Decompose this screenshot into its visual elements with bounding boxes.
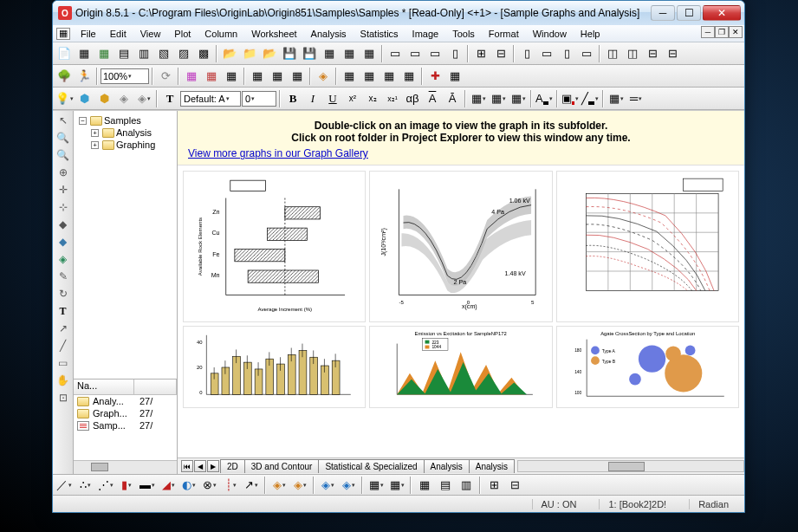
- profile-plot-button[interactable]: ▦: [387, 476, 406, 495]
- new-workbook-button[interactable]: ▦: [75, 44, 94, 63]
- align-right-button[interactable]: ◫: [623, 44, 642, 63]
- tree-item-analysis[interactable]: + Analysis: [75, 127, 175, 139]
- tab-nav-next[interactable]: ▶: [207, 460, 219, 472]
- sheet-tab-2d[interactable]: 2D: [220, 459, 245, 473]
- image-plot-button[interactable]: ▦: [367, 476, 386, 495]
- extract-button[interactable]: ▦: [222, 67, 241, 86]
- pie-plot-button[interactable]: ◐: [179, 476, 198, 495]
- greek-button[interactable]: αβ: [403, 89, 422, 108]
- save-template-button[interactable]: 💾: [300, 44, 319, 63]
- align-bottom-button[interactable]: ⊟: [663, 44, 682, 63]
- sheet-hscroll[interactable]: [517, 460, 744, 472]
- layout-col-button[interactable]: ▯: [445, 44, 464, 63]
- new-function-button[interactable]: ▩: [194, 44, 213, 63]
- layer-button[interactable]: ▦: [380, 67, 399, 86]
- add-col-button[interactable]: ▦: [248, 67, 267, 86]
- open-button[interactable]: 📂: [220, 44, 239, 63]
- results-log-button[interactable]: 🏃: [75, 67, 94, 86]
- rotate-tool[interactable]: ↻: [55, 286, 72, 302]
- tab-nav-first[interactable]: ⏮: [181, 460, 193, 472]
- font-decr-button[interactable]: Ā: [443, 89, 462, 108]
- menu-column[interactable]: Column: [198, 27, 244, 41]
- new-layout-button[interactable]: ▧: [154, 44, 173, 63]
- align-top-button[interactable]: ⊟: [643, 44, 662, 63]
- arrow-tool[interactable]: ↗: [55, 321, 72, 336]
- font-incr-button[interactable]: A: [423, 89, 442, 108]
- light-bulb-button[interactable]: 💡: [55, 89, 74, 108]
- data-reader-tool[interactable]: ✛: [55, 182, 72, 198]
- line-style-button[interactable]: ═: [626, 89, 646, 108]
- col-name[interactable]: Na...: [74, 380, 134, 394]
- add-row-button[interactable]: ▦: [268, 67, 287, 86]
- line-color-button[interactable]: ╱: [581, 89, 600, 108]
- col-value[interactable]: [134, 380, 177, 394]
- bar-plot-button[interactable]: ▬: [138, 476, 157, 495]
- duplicate-button[interactable]: ⊟: [491, 44, 510, 63]
- arrange-cascade-button[interactable]: ▭: [577, 44, 596, 63]
- thumb-bar-horizontal[interactable]: Zn Cu Fe Mn Average Increment (%) Availa…: [183, 171, 366, 322]
- sheet-tab-analysis1[interactable]: Analysis: [424, 459, 470, 473]
- 3d-bar-button[interactable]: ◈: [269, 476, 289, 495]
- italic-button[interactable]: I: [303, 89, 322, 108]
- open-template-button[interactable]: 📁: [240, 44, 259, 63]
- new-excel-button[interactable]: ▦: [94, 44, 114, 63]
- sheet-tab-statistical[interactable]: Statistical & Specialized: [318, 459, 424, 473]
- thumb-bubble[interactable]: Agate CrossSection by Type and Location …: [556, 326, 739, 408]
- menu-plot[interactable]: Plot: [167, 27, 198, 41]
- minimize-button[interactable]: ─: [651, 5, 675, 21]
- tab-nav-prev[interactable]: ◀: [194, 460, 206, 472]
- menu-view[interactable]: View: [133, 27, 168, 41]
- 3d-surface-button[interactable]: ◈: [318, 476, 337, 495]
- sheet-tab-3d[interactable]: 3D and Contour: [244, 459, 320, 473]
- batch-button[interactable]: ▭: [386, 44, 405, 63]
- line-symbol-button[interactable]: ⋰: [96, 476, 115, 495]
- arrange-vert-button[interactable]: ▯: [557, 44, 576, 63]
- ungroup-button[interactable]: ⊟: [505, 476, 524, 495]
- bold-button[interactable]: B: [283, 89, 302, 108]
- axis-button[interactable]: ▦: [360, 67, 379, 86]
- tree-item-graphing[interactable]: + Graphing: [75, 139, 175, 151]
- new-notes-button[interactable]: ▨: [174, 44, 193, 63]
- new-graph-button[interactable]: ▤: [114, 44, 133, 63]
- new-matrix-button[interactable]: ▥: [134, 44, 153, 63]
- gallery-link[interactable]: View more graphs in our Graph Gallery: [188, 147, 368, 159]
- import-button[interactable]: ▦: [320, 44, 339, 63]
- pan-tool[interactable]: ✋: [55, 373, 72, 388]
- rect-tool[interactable]: ▭: [55, 355, 72, 371]
- line-tool[interactable]: ╱: [55, 338, 72, 354]
- fill-color-button[interactable]: ▣: [561, 89, 580, 108]
- list-item[interactable]: Analy... 27/: [74, 395, 177, 407]
- expand-icon[interactable]: +: [91, 141, 99, 149]
- scatter-plot-button[interactable]: ∴: [75, 476, 94, 495]
- zoom-rect-tool[interactable]: ⊡: [55, 390, 72, 405]
- list-header[interactable]: Na...: [74, 380, 177, 395]
- reader-button[interactable]: ◈: [134, 89, 153, 108]
- list-hscroll[interactable]: [74, 460, 177, 474]
- zoom-combo[interactable]: 100%: [101, 68, 149, 84]
- column-plot-button[interactable]: ▮: [117, 476, 136, 495]
- pattern-button[interactable]: ▦: [607, 89, 626, 108]
- import-multi-button[interactable]: ▦: [340, 44, 359, 63]
- grid-button[interactable]: ▦: [489, 89, 508, 108]
- tree-root[interactable]: − Samples: [75, 114, 175, 127]
- pointer-tool[interactable]: ↖: [55, 113, 72, 128]
- screen-reader-tool[interactable]: ⊕: [55, 165, 72, 180]
- new-project-button[interactable]: 📄: [55, 44, 74, 63]
- mdi-restore[interactable]: ❐: [715, 26, 729, 38]
- recalc-button[interactable]: ⟳: [156, 67, 175, 86]
- copy-format-button[interactable]: ⬢: [75, 89, 94, 108]
- mdi-close[interactable]: ✕: [729, 26, 743, 38]
- legend-button[interactable]: ◈: [314, 67, 333, 86]
- data-cursor-tool[interactable]: ◆: [55, 217, 72, 232]
- highlight-button[interactable]: ▦: [509, 89, 528, 108]
- align-left-button[interactable]: ◫: [603, 44, 622, 63]
- font-size-combo[interactable]: 0: [242, 91, 276, 107]
- close-button[interactable]: ✕: [703, 5, 741, 21]
- arrange-horiz-button[interactable]: ▭: [537, 44, 556, 63]
- sheet-tab-analysis2[interactable]: Analysis: [469, 459, 515, 473]
- stats-button[interactable]: ▦: [288, 67, 307, 86]
- thumb-line-band[interactable]: x(cm) 4 Pa 2 Pa 1.06 kV 1.48 kV J(10³/cm…: [369, 171, 552, 322]
- mask-button[interactable]: ▦: [202, 67, 221, 86]
- stock-plot-button[interactable]: ┊: [221, 476, 240, 495]
- save-button[interactable]: 💾: [280, 44, 299, 63]
